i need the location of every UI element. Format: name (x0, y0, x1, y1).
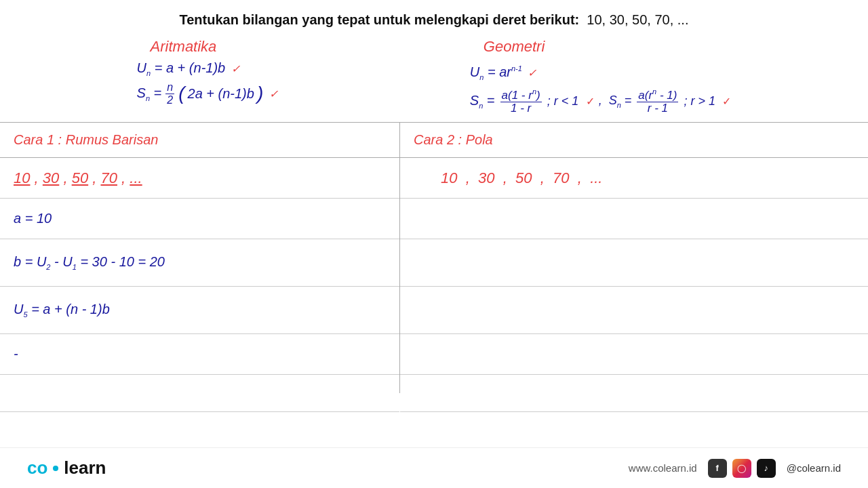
logo-dot (53, 466, 58, 471)
right-header: Cara 2 : Pola (400, 123, 868, 158)
geometric-sn: Sn = a(1 - rn) 1 - r ; r < 1 ✓ , Sn = a(… (470, 87, 732, 115)
geometric-block: Geometri Un = arn-1 ✓ Sn = a(1 - rn) 1 -… (470, 38, 732, 115)
geometric-title: Geometri (484, 38, 545, 56)
left-sequence: 10 , 30 , 50 , 70 , ... (14, 169, 142, 187)
footer: co learn www.colearn.id f ◯ ♪ @colearn.i… (0, 447, 868, 488)
arithmetic-un-check: ✓ (228, 62, 239, 75)
left-u5-text: U5 = a + (n - 1)b (14, 302, 110, 319)
social-handle: @colearn.id (787, 462, 841, 474)
facebook-icon: f (708, 459, 727, 478)
question-text: Tentukan bilangan yang tepat untuk melen… (0, 0, 868, 35)
arithmetic-un: Un = a + (n-1)b ✓ (137, 60, 240, 77)
right-empty-2 (400, 239, 868, 287)
formulas-row: Aritmatika Un = a + (n-1)b ✓ Sn = n 2 ( … (0, 35, 868, 122)
left-header-text: Cara 1 : Rumus Barisan (14, 132, 158, 148)
right-empty-1 (400, 199, 868, 239)
arithmetic-sn-check: ✓ (266, 87, 277, 100)
arithmetic-sn: Sn = n 2 ( 2a + (n-1)b ) ✓ (137, 81, 278, 106)
logo: co learn (27, 458, 106, 479)
left-dash: - (14, 346, 18, 362)
right-empty-4 (400, 334, 868, 375)
geometric-sn2-check: ✓ (719, 95, 731, 108)
right-header-text: Cara 2 : Pola (414, 132, 493, 148)
question-prefix: Tentukan bilangan yang tepat untuk melen… (180, 12, 580, 27)
left-b-row: b = U2 - U1 = 30 - 10 = 20 (0, 239, 399, 287)
right-empty-5 (400, 375, 868, 412)
logo-learn: learn (64, 458, 106, 479)
right-empty-6 (400, 412, 868, 449)
left-dash-row: - (0, 334, 399, 375)
left-sequence-row: 10 , 30 , 50 , 70 , ... (0, 158, 399, 199)
tiktok-icon: ♪ (757, 459, 776, 478)
left-a-text: a = 10 (14, 211, 52, 226)
footer-right: www.colearn.id f ◯ ♪ @colearn.id (629, 459, 841, 478)
social-icons: f ◯ ♪ (708, 459, 776, 478)
instagram-icon: ◯ (732, 459, 751, 478)
table-area: Cara 1 : Rumus Barisan 10 , 30 , 50 , 70… (0, 122, 868, 393)
logo-co: co (27, 458, 47, 479)
main-content: Tentukan bilangan yang tepat untuk melen… (0, 0, 868, 447)
left-header: Cara 1 : Rumus Barisan (0, 123, 399, 158)
left-b-text: b = U2 - U1 = 30 - 10 = 20 (14, 254, 165, 271)
col-right: Cara 2 : Pola 10 , 30 , 50 , 70 , ... (400, 123, 868, 393)
footer-url: www.colearn.id (629, 462, 697, 474)
left-a-row: a = 10 (0, 199, 399, 239)
arithmetic-block: Aritmatika Un = a + (n-1)b ✓ Sn = n 2 ( … (137, 38, 278, 115)
right-sequence: 10 , 30 , 50 , 70 , ... (441, 169, 602, 187)
geometric-un: Un = arn-1 ✓ (470, 64, 537, 81)
question-sequence: 10, 30, 50, 70, ... (587, 12, 688, 27)
geometric-un-check: ✓ (525, 66, 536, 79)
left-u5-row: U5 = a + (n - 1)b (0, 287, 399, 334)
left-empty-1 (0, 375, 399, 412)
col-left: Cara 1 : Rumus Barisan 10 , 30 , 50 , 70… (0, 123, 400, 393)
right-sequence-row: 10 , 30 , 50 , 70 , ... (400, 158, 868, 199)
geometric-sn1-check: ✓ (583, 95, 594, 108)
right-empty-3 (400, 287, 868, 334)
arithmetic-title: Aritmatika (151, 38, 217, 56)
left-empty-2 (0, 412, 399, 449)
